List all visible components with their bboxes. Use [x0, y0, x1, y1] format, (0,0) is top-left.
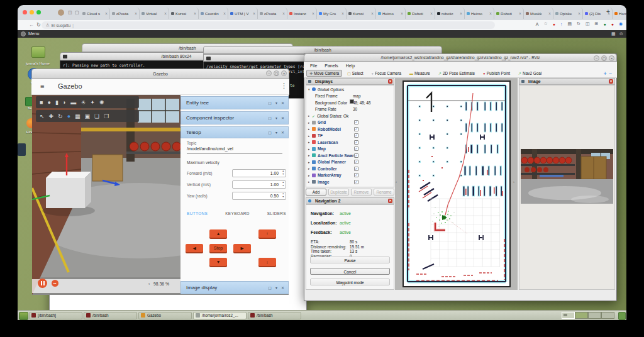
panel-collapse-icon[interactable]: ▾ [275, 285, 277, 290]
gazebo-titlebar[interactable]: Gazebo − ▢ × [31, 69, 289, 79]
close-icon[interactable]: × [281, 70, 287, 76]
waypoint-mode-button[interactable]: Waypoint mode [310, 279, 390, 285]
workspace-3[interactable] [588, 312, 601, 319]
browser-toolbar-icon[interactable]: ● [611, 22, 614, 26]
teleop-left-button[interactable]: ◀ [186, 244, 203, 252]
panel-close-icon[interactable]: ✕ [609, 79, 613, 84]
property-value[interactable]: 30 [353, 107, 357, 111]
teleop-up-button[interactable]: ▲ [209, 229, 227, 238]
reload-icon[interactable]: ↻ [36, 22, 41, 28]
rviz-tool-button[interactable]: ↗ Nav2 Goal [515, 70, 545, 77]
rviz-tool-button[interactable]: + Focus Camera [369, 70, 404, 77]
display-enabled-checkbox[interactable]: ✓ [354, 140, 358, 145]
gazebo-tool-icon[interactable]: ↻ [58, 113, 63, 119]
browser-tab[interactable]: Muokk × [524, 8, 553, 19]
teleop-panel-header[interactable]: Teleop ▢▾✕ [180, 126, 289, 138]
menu-button[interactable]: Menu [28, 30, 40, 38]
remote-desktop-viewport[interactable]: Menu ▦ ⊙ jorma's Home VS Te Fire B /bin/… [18, 30, 626, 320]
display-enabled-checkbox[interactable]: ✓ [354, 160, 358, 164]
tab-close-icon[interactable]: × [282, 11, 285, 16]
browser-toolbar-icon[interactable]: ↑ [560, 22, 563, 26]
profile-avatar[interactable] [58, 9, 64, 16]
image-display-panel-header[interactable]: Image display ▢▾✕ [180, 281, 289, 294]
maximize-icon[interactable]: ▢ [601, 55, 607, 61]
browser-toolbar-icon[interactable]: ◫ [586, 21, 590, 26]
display-enabled-checkbox[interactable]: ✓ [354, 120, 358, 124]
property-row[interactable]: Frame Rate 30 [306, 106, 394, 113]
browser-tab[interactable]: cPouta × [110, 8, 140, 19]
panel-indicator-icon[interactable] [618, 312, 626, 320]
panel-close-icon[interactable]: ✕ [281, 285, 284, 290]
browser-tab[interactable]: Kurssi × [347, 8, 376, 19]
gazebo-tool-icon[interactable]: ◗ [63, 99, 66, 106]
tab-close-icon[interactable]: × [223, 11, 226, 16]
panel-float-icon[interactable]: ▢ [268, 116, 272, 120]
tab-close-icon[interactable]: × [341, 11, 344, 16]
rviz-tool-button[interactable]: ↗ 2D Pose Estimate [435, 70, 478, 77]
taskbar-window-button[interactable]: /bin/bash [84, 312, 137, 319]
display-row[interactable]: ▸ MarkerArray ✓ [306, 172, 394, 179]
display-enabled-checkbox[interactable]: ✓ [354, 127, 358, 131]
browser-toolbar-icon[interactable]: ◉ [619, 21, 623, 26]
home-folder-icon[interactable] [28, 47, 48, 60]
spinner-arrows-icon[interactable]: ▲▼ [282, 192, 284, 198]
traffic-close-button[interactable] [23, 10, 27, 14]
browser-tab[interactable]: Heimo × [376, 8, 406, 19]
display-row[interactable]: ▸ Grid ✓ [306, 119, 394, 126]
browser-tab[interactable]: Kurssi × [169, 8, 199, 19]
spinner-arrows-icon[interactable]: ▲▼ [282, 181, 284, 187]
panel-collapse-icon[interactable]: ▾ [275, 130, 277, 135]
gazebo-tool-icon[interactable]: ✺ [99, 99, 104, 106]
display-row[interactable]: ▸ RobotModel ✓ [306, 126, 394, 133]
back-icon[interactable]: ← [29, 22, 34, 28]
displays-panel-header[interactable]: Displays ✕ [306, 78, 394, 85]
workspace-4[interactable] [601, 312, 614, 319]
display-row[interactable]: ▸ LaserScan ✓ [306, 139, 394, 146]
rviz-titlebar[interactable]: /home/jorma/ros2_ws/install/andino_gz/sh… [304, 53, 617, 62]
panel-close-icon[interactable]: ✕ [388, 199, 392, 203]
panel-collapse-icon[interactable]: ▾ [275, 116, 277, 120]
gazebo-tool-icon[interactable]: ● [67, 113, 70, 119]
display-row[interactable]: ▸ TF ✓ [306, 133, 394, 140]
browser-tab[interactable]: Coordin × [199, 8, 228, 19]
browser-tab[interactable]: Roboti × [406, 8, 435, 19]
splitter-left-icon[interactable]: ‹ [396, 180, 397, 184]
teleop-tab[interactable]: BUTTONS [187, 211, 208, 218]
browser-tab[interactable]: Virtual × [140, 8, 169, 19]
panel-close-icon[interactable]: ✕ [281, 101, 284, 105]
tab-close-icon[interactable]: × [578, 11, 580, 16]
url-field[interactable]: ⚠ Ei suojattu | [42, 21, 495, 29]
browser-toolbar-icon[interactable]: ● [603, 22, 606, 26]
spinner-input[interactable]: 0.50 [232, 192, 286, 200]
gazebo-tool-icon[interactable]: ● [47, 99, 50, 106]
teleop-right-button[interactable]: ▶ [233, 244, 251, 252]
tab-close-icon[interactable]: × [194, 11, 196, 16]
tab-close-icon[interactable]: × [135, 11, 137, 16]
step-button[interactable]: ▸▸ [52, 280, 58, 287]
close-icon[interactable]: × [609, 55, 614, 61]
kebab-menu-icon[interactable]: ⋮ [280, 82, 287, 90]
display-row[interactable]: ▸ Amcl Particle Swarm ✓ [306, 152, 394, 159]
teleop-stop-button[interactable]: Stop [209, 244, 227, 252]
teleop-aux-up-button[interactable]: ↑ [258, 229, 276, 238]
spinner-input[interactable]: 1.00 [232, 180, 286, 189]
browser-toolbar-icon[interactable]: ☆ [543, 21, 547, 26]
minimize-icon[interactable]: − [594, 55, 599, 61]
browser-toolbar-icon[interactable]: ▤ [567, 21, 572, 26]
cancel-nav-button[interactable]: Cancel [310, 268, 390, 275]
global-status-row[interactable]: ▸ ✓ Global Status: Ok [306, 113, 394, 119]
spinner-input[interactable]: 1.00 [232, 169, 286, 177]
nav-map-canvas[interactable] [402, 80, 511, 287]
gazebo-tool-icon[interactable]: ✚ [49, 113, 54, 119]
keyboard-indicator-icon[interactable]: ▦ [611, 30, 616, 38]
browser-tab[interactable]: My Gro × [317, 8, 347, 19]
taskbar-window-button[interactable]: /bin/bash [248, 312, 301, 319]
browser-window-icon[interactable]: ▢ [75, 10, 79, 15]
gazebo-tool-icon[interactable]: ▣ [85, 113, 91, 119]
minimize-icon[interactable]: − [266, 70, 272, 76]
browser-tab[interactable]: Heimo × [465, 8, 494, 19]
panel-close-icon[interactable]: ✕ [388, 79, 392, 84]
topic-input[interactable]: /model/andino/cmd_vel [187, 146, 282, 154]
display-enabled-checkbox[interactable]: ✓ [354, 146, 358, 151]
teleop-aux-down-button[interactable]: ↓ [258, 258, 276, 266]
